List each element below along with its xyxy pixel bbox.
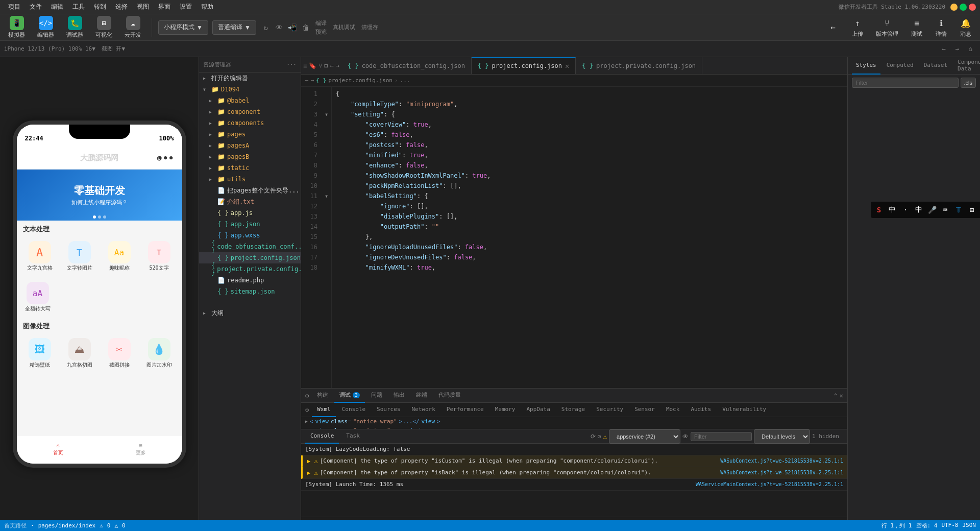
folder-components[interactable]: ▶ 📁 components (199, 117, 301, 129)
simulator-button[interactable]: 📱 模拟器 (4, 14, 29, 41)
menu-item-goto[interactable]: 转到 (90, 2, 110, 12)
nav-tab-audits[interactable]: Audits (685, 403, 716, 417)
mode-selector[interactable]: 小程序模式 ▼ (158, 20, 208, 35)
debug-tab-terminal[interactable]: 终端 (411, 389, 432, 403)
deploy-button[interactable]: ☁ 云开发 (120, 14, 145, 41)
forward-nav-button[interactable]: → (951, 43, 963, 55)
folder-pagesb[interactable]: ▶ 📁 pagesB (199, 151, 301, 162)
tab-more[interactable]: ⊞ 更多 (100, 443, 182, 456)
console-tab-task[interactable]: Task (341, 429, 365, 444)
debug-close-icon[interactable]: ✕ (840, 392, 843, 399)
back-nav-button[interactable]: ← (938, 43, 949, 55)
editor-button[interactable]: </> 编辑器 (33, 14, 58, 41)
debugger-button[interactable]: 🐛 调试器 (62, 14, 87, 41)
warning-filter-icon[interactable]: ⚠ (603, 433, 607, 440)
right-tab-computed[interactable]: Computed (883, 57, 918, 75)
folder-pages[interactable]: ▶ 📁 pages (199, 129, 301, 140)
nav-tab-sources[interactable]: Sources (372, 403, 405, 417)
notification-action[interactable]: 🔔 消息 (955, 15, 976, 40)
cls-button[interactable]: .cls (961, 78, 976, 88)
icon-text2[interactable]: T 文字转图片 (61, 238, 99, 275)
code-editor[interactable]: 1 2 3 4 5 6 7 8 9 10 11 12 13 14 15 16 1… (301, 87, 847, 388)
debug-tab-debug[interactable]: 调试 3 (334, 389, 364, 403)
icon-img1[interactable]: 🖼 精选壁纸 (21, 335, 59, 372)
phone-camera-icon[interactable]: ⊙ (157, 154, 161, 163)
root-folder[interactable]: ▼ 📁 D1094 (199, 84, 301, 95)
breadcrumb-nav-back[interactable]: ← (305, 77, 309, 84)
fold-gutter-3[interactable]: ▾ (323, 109, 330, 119)
capture-label[interactable]: 截图 开▼ (102, 45, 125, 53)
minimize-button[interactable] (950, 4, 958, 11)
nav-tab-memory[interactable]: Memory (490, 403, 521, 417)
menu-item-help[interactable]: 帮助 (197, 2, 217, 12)
split-icon[interactable]: ⊟ (324, 62, 328, 69)
wxml-line-1[interactable]: ▶ <view class="notice-wrap" >...</view> (301, 417, 847, 426)
close-button[interactable] (969, 4, 976, 11)
menu-item-tools[interactable]: 工具 (68, 2, 89, 12)
refresh-console-icon[interactable]: ⟳ (591, 433, 596, 440)
nav-tab-performance[interactable]: Performance (442, 403, 489, 417)
home-nav-button[interactable]: ⌂ (965, 43, 976, 55)
icon-text4[interactable]: T 520文字 (140, 238, 178, 275)
debug-tab-build[interactable]: 构建 (312, 389, 333, 403)
nav-tab-network[interactable]: Network (406, 403, 440, 417)
fold-gutter-11[interactable]: ▾ (323, 191, 330, 201)
debug-tab-output[interactable]: 输出 (388, 389, 410, 403)
icon-img4[interactable]: 💧 图片加水印 (140, 335, 178, 372)
debug-settings-icon[interactable]: ⚙ (305, 392, 309, 399)
bookmark-icon[interactable]: 🔖 (309, 62, 316, 69)
sougou-s-icon[interactable]: S (873, 204, 885, 216)
version-action[interactable]: ⑂ 版本管理 (872, 15, 902, 40)
nav-tab-mock[interactable]: Mock (661, 403, 685, 417)
menu-item-settings[interactable]: 设置 (176, 2, 196, 12)
tab-projectprivate[interactable]: { } project.private.config.json (576, 57, 702, 75)
breadcrumb-nav-forward[interactable]: → (311, 77, 314, 84)
folder-component[interactable]: ▶ 📁 component (199, 106, 301, 117)
msg2-source[interactable]: WASubContext.js?t=we-521815538v=2.25.1:1 (720, 468, 843, 477)
folder-utils[interactable]: ▶ 📁 utils (199, 174, 301, 185)
clear-button[interactable]: 🗑 (300, 22, 311, 33)
preview-button[interactable]: 👁 (274, 22, 285, 33)
editor-scrollbar[interactable] (842, 87, 847, 388)
menu-item-project[interactable]: 项目 (4, 2, 24, 12)
fold-gutter-1[interactable] (323, 89, 330, 99)
sougou-punctuation-icon[interactable]: · (899, 204, 912, 216)
menu-item-file[interactable]: 文件 (26, 2, 46, 12)
nav-tab-sensor[interactable]: Sensor (629, 403, 660, 417)
stop-icon[interactable]: ⊝ (598, 433, 601, 440)
icon-img3[interactable]: ✂ 截图拼接 (101, 335, 138, 372)
sougou-pinyin-icon[interactable]: 中 (913, 204, 925, 216)
icon-extra[interactable]: aA 全额转大写 (23, 279, 53, 316)
folder-pagesa[interactable]: ▶ 📁 pagesA (199, 140, 301, 151)
console-filter-input[interactable] (691, 432, 752, 441)
level-select[interactable]: Default levels ▼ (754, 429, 810, 444)
menu-item-interface[interactable]: 界面 (154, 2, 175, 12)
right-tab-componentdata[interactable]: Component Data (953, 57, 980, 75)
refresh-button[interactable]: ↻ (260, 22, 272, 33)
appservice-select[interactable]: appservice (#2) (609, 429, 680, 444)
folder-babel[interactable]: ▶ 📁 @babel (199, 95, 301, 106)
icon-text1[interactable]: A 文字九宫格 (21, 238, 59, 275)
file-pages-export[interactable]: 📄 把pages整个文件夹导... (199, 185, 301, 196)
maximize-button[interactable] (960, 4, 967, 11)
real-device-button[interactable]: 📲 (287, 22, 298, 33)
test-action[interactable]: ≡ 测试 (906, 15, 927, 40)
menu-item-view[interactable]: 视图 (133, 2, 153, 12)
menu-item-select[interactable]: 选择 (111, 2, 132, 12)
upload-action[interactable]: ↑ 上传 (847, 15, 868, 40)
sougou-keyboard-icon[interactable]: ⌨ (939, 204, 951, 216)
folder-static[interactable]: ▶ 📁 static (199, 162, 301, 174)
nav-tab-appdata[interactable]: AppData (521, 403, 555, 417)
debug-close-expand-icon[interactable]: ⌃ (834, 392, 838, 399)
back-action[interactable]: ← (823, 19, 843, 36)
tab-codeobf[interactable]: { } code_obfuscation_config.json (341, 57, 472, 75)
sougou-more-icon[interactable]: ⊞ (966, 204, 978, 216)
sougou-twitter-icon[interactable]: 𝕋 (952, 204, 965, 216)
wxml-tree[interactable]: ▶ <view class="notice-wrap" >...</view> … (301, 417, 847, 429)
nav-forward-icon[interactable]: → (336, 62, 339, 69)
right-tab-dataset[interactable]: Dataset (920, 57, 951, 75)
file-sitemap[interactable]: { } sitemap.json (199, 286, 301, 297)
tab-home[interactable]: ⌂ 首页 (17, 443, 100, 456)
tab-close-icon[interactable]: ✕ (565, 62, 569, 70)
icon-img2[interactable]: ⛰ 九宫格切图 (61, 335, 99, 372)
